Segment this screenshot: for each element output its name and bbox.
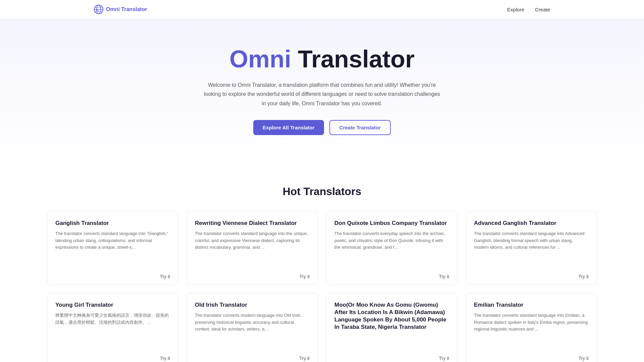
hero-title-omni: Omni [229,46,291,72]
brand-icon: AI [94,5,103,14]
nav-explore[interactable]: Explore [507,7,524,12]
card-title: Moo(Or Moo Know As Gomu (Gwomu) After It… [334,301,449,331]
card-desc: The translator converts standard languag… [55,230,170,251]
card-content: Old Irish Translator The translator conv… [195,301,310,333]
card-title: Emilian Translator [474,301,589,309]
translator-card: Ganglish Translator The translator conve… [47,211,178,285]
hero-subtitle: Welcome to Omni Translator, a translatio… [201,80,443,108]
explore-all-button[interactable]: Explore All Translator [253,120,324,135]
nav-links: Explore Create [507,7,550,12]
card-content: Don Quixote Limbus Company Translator Th… [334,220,449,251]
card-title: Don Quixote Limbus Company Translator [334,220,449,227]
card-title: Young Girl Translator [55,301,170,309]
try-it-button[interactable]: Try it [299,356,310,361]
card-content: Advanced Ganglish Translator The transla… [474,220,589,251]
card-footer: Try it [55,274,170,279]
navbar: AI Omni Translator Explore Create [0,0,644,19]
try-it-button[interactable]: Try it [160,274,170,279]
brand-link[interactable]: AI Omni Translator [94,5,147,14]
create-translator-button[interactable]: Create Translator [329,120,391,135]
card-footer: Try it [474,356,589,361]
card-content: Ganglish Translator The translator conve… [55,220,170,251]
card-content: Rewriting Viennese Dialect Translator Th… [195,220,310,251]
try-it-button[interactable]: Try it [439,356,449,361]
card-desc: The translator converts standard languag… [474,312,589,333]
card-footer: Try it [474,274,589,279]
translator-card: Old Irish Translator The translator conv… [186,293,318,362]
hot-translators-title: Hot Translators [47,185,597,198]
card-footer: Try it [334,356,449,361]
hero-section: Omni Translator Welcome to Omni Translat… [0,19,644,165]
card-footer: Try it [195,356,310,361]
try-it-button[interactable]: Try it [578,356,589,361]
card-content: Young Girl Translator 將繁體中文轉換為可愛少女風格的語言，… [55,301,170,326]
try-it-button[interactable]: Try it [299,274,310,279]
card-footer: Try it [195,274,310,279]
card-desc: 將繁體中文轉換為可愛少女風格的語言，增添俏皮、甜美的語氣，適合用於輕鬆、活潑的對… [55,312,170,326]
translator-card: Moo(Or Moo Know As Gomu (Gwomu) After It… [326,293,458,362]
translator-card: Emilian Translator The translator conver… [466,293,597,362]
try-it-button[interactable]: Try it [578,274,589,279]
translator-card: Young Girl Translator 將繁體中文轉換為可愛少女風格的語言，… [47,293,178,362]
hot-translators-section: Hot Translators Ganglish Translator The … [0,165,644,362]
try-it-button[interactable]: Try it [160,356,170,361]
card-content: Emilian Translator The translator conver… [474,301,589,333]
card-desc: The translator converts modern language … [195,312,310,333]
translator-card: Rewriting Viennese Dialect Translator Th… [186,211,318,285]
card-title: Rewriting Viennese Dialect Translator [195,220,310,227]
card-desc: The translator converts standard languag… [195,230,310,251]
translator-card: Advanced Ganglish Translator The transla… [466,211,597,285]
card-footer: Try it [55,356,170,361]
card-desc: The translator converts everyday speech … [334,230,449,251]
nav-create[interactable]: Create [535,7,550,12]
brand-name: Omni Translator [106,6,147,12]
svg-text:AI: AI [96,8,99,11]
hero-title: Omni Translator [7,46,637,72]
hero-buttons: Explore All Translator Create Translator [7,120,637,135]
card-footer: Try it [334,274,449,279]
hero-title-translator: Translator [298,46,415,72]
card-title: Ganglish Translator [55,220,170,227]
translator-card: Don Quixote Limbus Company Translator Th… [326,211,458,285]
card-content: Moo(Or Moo Know As Gomu (Gwomu) After It… [334,301,449,334]
card-desc: The translator converts standard languag… [474,230,589,251]
card-title: Old Irish Translator [195,301,310,309]
try-it-button[interactable]: Try it [439,274,449,279]
card-title: Advanced Ganglish Translator [474,220,589,227]
cards-grid: Ganglish Translator The translator conve… [47,211,597,362]
